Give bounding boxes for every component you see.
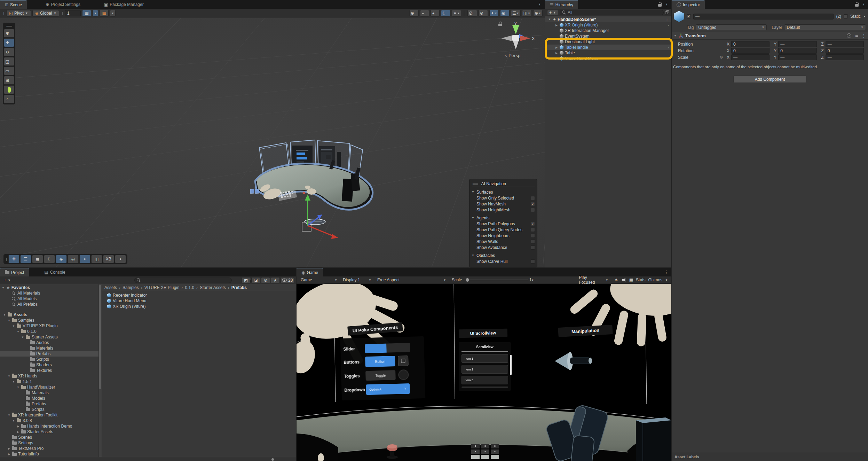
- favorite-search-button[interactable]: ★: [271, 277, 280, 283]
- tree-row[interactable]: Shaders: [0, 362, 102, 368]
- asset-labels-bar[interactable]: Asset Labels: [672, 452, 868, 461]
- vr-scrollbar[interactable]: [510, 355, 512, 375]
- tree-row[interactable]: ▼ XR Interaction Toolkit: [0, 412, 102, 418]
- nav-overlay-row[interactable]: ▼ Obstacles ✓: [472, 252, 535, 258]
- grid-snap-caret[interactable]: ▼: [110, 10, 116, 17]
- scene-view-toggle[interactable]: ◫▼: [522, 10, 532, 17]
- vr-dropdown[interactable]: Option A˅: [366, 383, 410, 395]
- tree-row[interactable]: Scripts: [0, 407, 102, 412]
- overlay-tool-button[interactable]: ◑: [115, 255, 126, 263]
- scene-view-toggle[interactable]: ⊘▼: [479, 10, 488, 17]
- static-checkbox[interactable]: [844, 14, 848, 18]
- foldout-icon[interactable]: ▼: [16, 330, 20, 333]
- scene-view-toggle[interactable]: ●▼: [431, 10, 440, 17]
- scrollview-item[interactable]: Item 3: [461, 376, 508, 384]
- snap-increment-button[interactable]: ▦: [82, 10, 91, 17]
- scene-view-toggle[interactable]: ✦▼: [489, 10, 499, 17]
- foldout-icon[interactable]: ▶: [16, 425, 20, 428]
- tree-row[interactable]: ▶ Hands Interaction Demo: [0, 423, 102, 429]
- gameobject-name-field[interactable]: —: [693, 14, 834, 19]
- scene-tabbar-menu[interactable]: ⋮: [535, 2, 545, 7]
- tree-row[interactable]: ▼ XR Hands: [0, 373, 102, 379]
- bottom-tools-drag-handle[interactable]: ||: [5, 257, 8, 261]
- nav-overlay-drag-handle[interactable]: ══: [472, 182, 479, 186]
- vr-slider[interactable]: [365, 343, 410, 353]
- transform-x-field[interactable]: 0: [731, 48, 770, 54]
- nav-overlay-row[interactable]: ▼ Surfaces ✓: [472, 189, 535, 195]
- tree-row[interactable]: Prefabs: [0, 351, 102, 357]
- gizmo-x-cone[interactable]: [520, 36, 530, 41]
- transform-header[interactable]: ▼ Transform ? ≔ ⋮: [672, 32, 868, 40]
- nav-overlay-row[interactable]: ▼ Show Only Selected ✓: [472, 195, 535, 201]
- scene-view-toggle[interactable]: ⊕▼: [409, 10, 419, 17]
- tree-row[interactable]: Materials: [0, 390, 102, 396]
- scene-view-toggle[interactable]: ⊕▼: [533, 10, 543, 17]
- tool-button[interactable]: ✱: [4, 29, 14, 38]
- favorite-item[interactable]: All Models: [0, 296, 102, 302]
- hierarchy-row[interactable]: ▶ TableHandle ›: [545, 45, 671, 50]
- gizmo-y-cone[interactable]: [512, 25, 519, 34]
- foldout-icon[interactable]: ▶: [555, 52, 558, 55]
- nav-row-checkbox[interactable]: ✓: [531, 240, 535, 244]
- foldout-icon[interactable]: ▶: [7, 453, 11, 456]
- tree-row[interactable]: ▼ Assets: [0, 312, 102, 318]
- game-viewport[interactable]: UI Poke Components Slider Buttons Button…: [297, 284, 671, 461]
- search-importlog-button[interactable]: ⊙: [261, 277, 270, 283]
- foldout-icon[interactable]: ▶: [555, 24, 558, 27]
- tool-button[interactable]: ⊞: [4, 76, 14, 85]
- tab-package-manager[interactable]: ▣Package Manager: [99, 0, 149, 9]
- tree-row[interactable]: Textures: [0, 368, 102, 373]
- persp-label[interactable]: < Persp: [505, 53, 520, 58]
- overlay-tool-button[interactable]: ◈: [56, 255, 67, 263]
- tree-row[interactable]: Scenes: [0, 435, 102, 440]
- nav-overlay-row[interactable]: ▼ Show NavMesh ✓: [472, 201, 535, 207]
- pivot-button[interactable]: ◱Pivot▼: [6, 10, 31, 17]
- overlay-tool-button[interactable]: ⌖: [79, 255, 90, 263]
- transform-z-field[interactable]: 0: [826, 48, 864, 54]
- mute-audio-icon[interactable]: [622, 278, 626, 282]
- snap-increment-caret[interactable]: ▼: [93, 10, 98, 17]
- hierarchy-row[interactable]: Directional Light ›: [545, 39, 671, 45]
- nav-overlay-row[interactable]: ▼ Agents ✓: [472, 215, 535, 221]
- scene-header-row[interactable]: ▼ ✦ HandsDemoScene* ⋮: [545, 16, 671, 22]
- scene-viewport[interactable]: ══ ✱ ✚ ↻ ◱ ▭ ⊞ ∴: [0, 18, 545, 267]
- tree-row[interactable]: ▶ TextMesh Pro: [0, 446, 102, 451]
- tree-row[interactable]: ▼ VITURE XR Plugin: [0, 323, 102, 329]
- transform-y-field[interactable]: —: [778, 41, 816, 47]
- orientation-gizmo[interactable]: y x < Persp: [498, 21, 537, 63]
- hierarchy-add-button[interactable]: +▼: [547, 10, 558, 15]
- gizmos-caret[interactable]: ▼: [665, 279, 668, 282]
- hierarchy-search-input[interactable]: All: [560, 10, 664, 15]
- nav-overlay-row[interactable]: ▼ Show Neighbours ✓: [472, 233, 535, 239]
- tool-button[interactable]: ↻: [4, 48, 14, 56]
- foldout-icon[interactable]: ▼: [548, 18, 551, 21]
- inspector-menu[interactable]: ⋮: [861, 2, 866, 7]
- scene-view-toggle[interactable]: ☰▼: [511, 10, 521, 17]
- hierarchy-row[interactable]: ▶ Table ›: [545, 50, 671, 56]
- component-menu-kebab[interactable]: ⋮: [862, 33, 866, 38]
- game-tabbar-menu[interactable]: ⋮: [661, 269, 671, 275]
- tab-project[interactable]: Project: [0, 268, 29, 276]
- breadcrumb-segment[interactable]: 0.1.0: [179, 285, 194, 290]
- foldout-icon[interactable]: ▼: [16, 386, 20, 389]
- tree-row[interactable]: Materials: [0, 345, 102, 351]
- tool-button[interactable]: ∴: [4, 95, 14, 103]
- aspect-dropdown[interactable]: Free Aspect▼: [375, 277, 448, 283]
- breadcrumb-segment[interactable]: Starter Assets: [194, 285, 226, 290]
- tree-row[interactable]: ▼ 0.1.0: [0, 329, 102, 334]
- frame-debugger-icon[interactable]: ✶: [612, 276, 621, 283]
- nav-row-checkbox[interactable]: ✓: [531, 208, 535, 212]
- scrollview-item[interactable]: Item 2: [461, 365, 508, 374]
- overlay-tool-button[interactable]: ◎: [68, 255, 79, 263]
- hierarchy-lock-icon[interactable]: [658, 2, 662, 7]
- nav-row-checkbox[interactable]: ✓: [531, 196, 535, 200]
- foldout-icon[interactable]: ▶: [555, 46, 558, 49]
- stats-button[interactable]: Stats: [636, 278, 645, 282]
- icon-size-slider[interactable]: [271, 458, 274, 461]
- breadcrumb-segment[interactable]: Samples: [117, 285, 139, 290]
- gizmo-lock-icon[interactable]: [498, 22, 502, 26]
- hierarchy-row[interactable]: XR Interaction Manager ›: [545, 28, 671, 33]
- tool-button[interactable]: ✚: [4, 38, 14, 47]
- search-by-type-button[interactable]: ◩: [242, 277, 251, 283]
- game-display-mode-dropdown[interactable]: Game▼: [299, 277, 339, 283]
